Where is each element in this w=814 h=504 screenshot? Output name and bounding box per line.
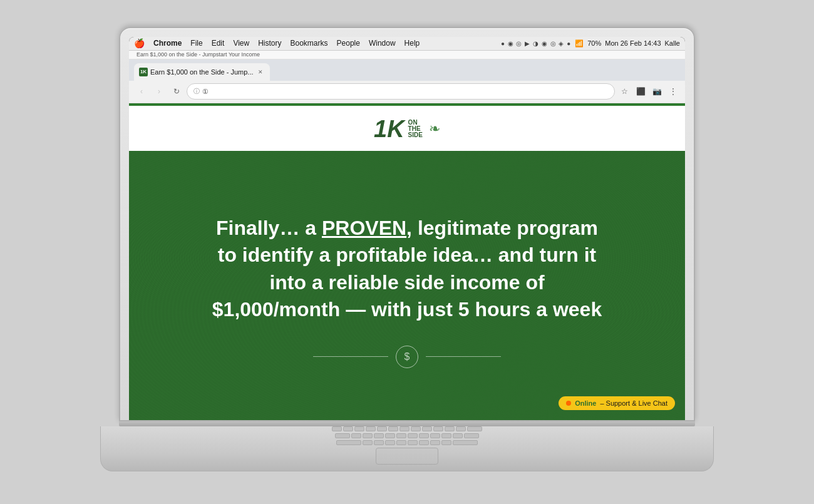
macos-menubar: 🍎 Chrome File Edit View History Bookmark…	[129, 37, 685, 51]
address-bar[interactable]: ⓘ ①	[187, 83, 615, 100]
tab-title-text: Earn $1,000 on the Side - Jump...	[150, 68, 254, 76]
battery-indicator: 70%	[587, 39, 601, 47]
headline-finally: Finally… a	[216, 217, 322, 239]
page-header: 1K ON THE SIDE ❧	[129, 106, 685, 151]
menubar-help[interactable]: Help	[401, 39, 424, 48]
laptop-base	[100, 421, 714, 478]
headline-proven: PROVEN	[322, 217, 406, 239]
forward-button[interactable]: ›	[152, 84, 167, 99]
breadcrumb-text: Earn $1,000 on the Side - Jumpstart Your…	[137, 51, 260, 58]
menubar-edit[interactable]: Edit	[208, 39, 229, 48]
hero-divider: $	[313, 346, 501, 368]
key	[332, 426, 342, 431]
live-online-label: Online	[575, 399, 596, 407]
logo-1k: 1K	[374, 117, 404, 141]
menubar-items: Chrome File Edit View History Bookmarks …	[150, 39, 501, 48]
menubar-icons: ● ◉ ◎ ▶ ◑ ◉ ◎ ◈ ●	[501, 40, 571, 47]
live-chat-suffix: – Support & Live Chat	[600, 399, 667, 407]
key	[399, 426, 410, 431]
key	[441, 433, 451, 438]
key	[351, 433, 361, 438]
live-dot-icon	[566, 401, 571, 406]
key	[374, 433, 384, 438]
keyboard-rows	[332, 426, 482, 445]
webpage-content: 1K ON THE SIDE ❧ Finally… a PROVEN, legi…	[129, 106, 685, 420]
key	[430, 440, 440, 445]
address-text: ①	[202, 88, 608, 96]
key	[363, 440, 373, 445]
key	[467, 426, 482, 431]
key	[445, 426, 455, 431]
key	[430, 433, 440, 438]
tab-favicon: 1K	[139, 68, 148, 76]
key	[464, 433, 479, 438]
logo-the: THE	[408, 126, 423, 132]
divider-line-left	[313, 356, 388, 357]
screen-bezel: 🍎 Chrome File Edit View History Bookmark…	[129, 37, 685, 420]
laptop-frame: 🍎 Chrome File Edit View History Bookmark…	[100, 27, 714, 478]
menubar-bookmarks[interactable]: Bookmarks	[287, 39, 332, 48]
menubar-history[interactable]: History	[254, 39, 285, 48]
key	[411, 426, 421, 431]
toolbar-right: ☆ ⬛ 📷 ⋮	[617, 85, 680, 98]
tab-strip: 1K Earn $1,000 on the Side - Jump... ✕	[129, 59, 685, 81]
key	[385, 440, 395, 445]
logo-ornament: ❧	[429, 121, 440, 137]
back-button[interactable]: ‹	[134, 84, 149, 99]
live-chat-badge[interactable]: Online – Support & Live Chat	[559, 396, 675, 410]
key	[374, 440, 384, 445]
key	[366, 426, 376, 431]
browser-toolbar: ‹ › ↻ ⓘ ① ☆ ⬛ 📷 ⋮	[129, 81, 685, 103]
key	[388, 426, 398, 431]
menubar-user: Kalle	[665, 39, 680, 47]
screenshot-icon[interactable]: 📷	[650, 85, 664, 98]
menubar-people[interactable]: People	[333, 39, 364, 48]
menubar-chrome[interactable]: Chrome	[150, 39, 185, 48]
logo-on: ON	[408, 120, 423, 126]
tab-close-button[interactable]: ✕	[256, 68, 265, 76]
key	[396, 440, 406, 445]
logo-side: SIDE	[408, 132, 423, 138]
bookmark-star-icon[interactable]: ☆	[617, 85, 631, 98]
apple-icon[interactable]: 🍎	[134, 38, 145, 48]
hero-headline: Finally… a PROVEN, legitimate program to…	[169, 202, 645, 336]
active-tab[interactable]: 1K Earn $1,000 on the Side - Jump... ✕	[134, 63, 270, 81]
key-row-2	[335, 433, 479, 438]
chrome-browser-ui: Earn $1,000 on the Side - Jumpstart Your…	[129, 51, 685, 103]
key	[419, 433, 429, 438]
tab-title-strip: Earn $1,000 on the Side - Jumpstart Your…	[129, 51, 685, 59]
logo-container: 1K ON THE SIDE ❧	[374, 117, 440, 141]
key	[408, 433, 418, 438]
key	[354, 426, 364, 431]
key	[422, 426, 432, 431]
key	[456, 426, 466, 431]
key-row-1	[332, 426, 482, 431]
wifi-icon: 📶	[575, 39, 584, 48]
key	[453, 440, 478, 445]
key	[385, 433, 395, 438]
key	[441, 440, 451, 445]
extensions-icon[interactable]: ⬛	[634, 85, 647, 98]
address-info-icon: ⓘ	[193, 87, 200, 96]
menubar-datetime: Mon 26 Feb 14:43	[605, 39, 661, 47]
laptop-trackpad[interactable]	[376, 448, 438, 465]
key	[363, 433, 373, 438]
menubar-view[interactable]: View	[229, 39, 253, 48]
menubar-file[interactable]: File	[187, 39, 206, 48]
key	[336, 440, 361, 445]
key	[419, 440, 429, 445]
key	[453, 433, 463, 438]
key	[396, 433, 406, 438]
key	[408, 440, 418, 445]
dollar-icon: $	[396, 346, 418, 368]
laptop-keyboard-area	[100, 426, 714, 471]
menubar-window[interactable]: Window	[365, 39, 399, 48]
reload-button[interactable]: ↻	[169, 84, 184, 99]
more-menu-icon[interactable]: ⋮	[666, 85, 680, 98]
key	[377, 426, 387, 431]
laptop-hinge	[119, 421, 695, 426]
menubar-right: ● ◉ ◎ ▶ ◑ ◉ ◎ ◈ ● 📶 70% Mon 26 Feb 14:43…	[501, 39, 680, 48]
logo-text-stack: ON THE SIDE	[408, 120, 423, 138]
hero-section: Finally… a PROVEN, legitimate program to…	[129, 151, 685, 420]
key-row-3	[336, 440, 478, 445]
